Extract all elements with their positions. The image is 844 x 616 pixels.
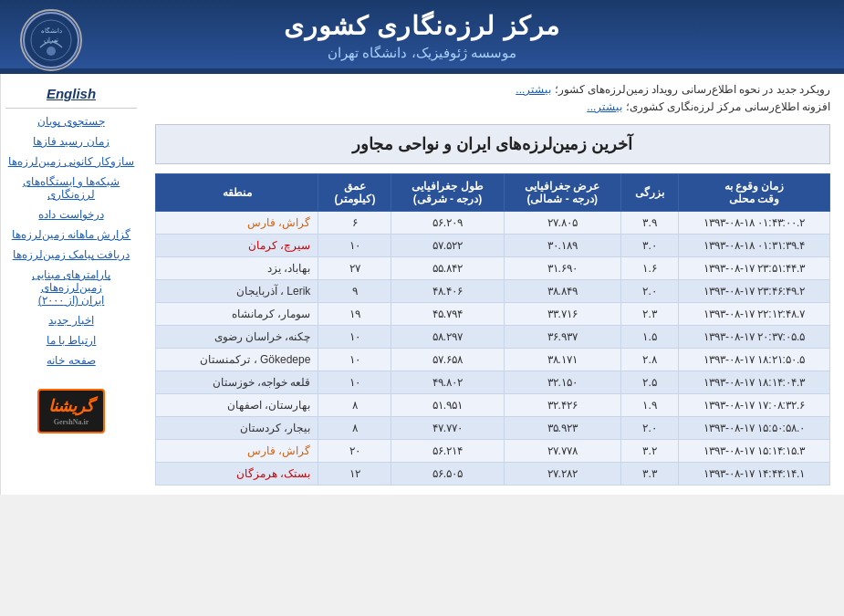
cell-time: ۱۳۹۳-۰۸-۱۷ ۱۵:۱۴:۱۵.۳ [679,440,830,463]
sidebar-link-home[interactable]: صفحه خانه [1,350,141,371]
news-text-2: افزونه اطلاع‌رسانی مرکز لرزه‌نگاری کشوری… [626,100,830,113]
table-row: ۱۳۹۳-۰۸-۱۸ ۰۱:۳۱:۳۹.۴ ۳.۰ ۳۰.۱۸۹ ۵۷.۵۲۲ … [156,235,830,257]
cell-mag: ۳.۲ [620,440,678,463]
news-text-1: رویکرد جدید در نحوه اطلاع‌رسانی رویداد ز… [555,83,830,96]
cell-mag: ۲.۰ [620,417,678,440]
sidebar: English جستجوی پویان زمان رسید فازها ساز… [0,74,141,495]
col-header-region: منطقه [156,174,318,212]
gershna-logo: گریشنا GershNa.ir [37,389,105,433]
cell-time: ۱۳۹۳-۰۸-۱۷ ۱۸:۲۱:۵۰.۵ [679,349,830,371]
svg-point-4 [47,47,56,56]
sidebar-link-contact[interactable]: ارتباط با ما [1,330,141,350]
col-header-time: زمان وقوع بهوقت محلی [679,174,830,212]
cell-lat: ۲۷.۸۰۵ [504,212,620,235]
table-row: ۱۳۹۳-۰۸-۱۷ ۱۵:۵۰:۵۸.۰ ۲.۰ ۳۵.۹۲۳ ۴۷.۷۷۰ … [156,417,830,440]
cell-lon: ۵۸.۲۹۷ [391,326,504,349]
cell-region: گراش، فارس [156,212,318,235]
sidebar-link-params[interactable]: پارامترهای مبنایی زمین‌لرزه‌هایایران (از… [1,265,141,310]
sidebar-link-search[interactable]: جستجوی پویان [1,111,141,131]
cell-depth: ۲۰ [318,440,391,463]
sidebar-link-mechanism[interactable]: سازوکار کانونی زمین‌لرزه‌ها [1,151,141,172]
cell-lon: ۵۶.۵۰۵ [391,463,504,485]
english-link[interactable]: English [1,78,141,105]
main-content: رویکرد جدید در نحوه اطلاع‌رسانی رویداد ز… [141,74,844,495]
cell-region: سیرچ، کرمان [156,235,318,257]
cell-depth: ۹ [318,280,391,303]
cell-lat: ۳۸.۸۴۹ [504,280,620,303]
cell-lon: ۴۹.۸۰۲ [391,371,504,394]
svg-text:دانشگاه: دانشگاه [41,26,62,35]
cell-lon: ۴۵.۷۹۴ [391,303,504,326]
page-header: مرکز لرزه‌نگاری کشوری موسسه ژئوفیزیک، دا… [0,0,844,68]
cell-lat: ۳۲.۱۵۰ [504,371,620,394]
cell-time: ۱۳۹۳-۰۸-۱۷ ۱۴:۴۴:۱۴.۱ [679,463,830,485]
sidebar-link-time[interactable]: زمان رسید فازها [1,131,141,151]
sidebar-divider-1 [5,108,137,109]
cell-region: بهارستان، اصفهان [156,394,318,417]
cell-lat: ۳۵.۹۲۳ [504,417,620,440]
cell-region: گراش، فارس [156,440,318,463]
news-line-1: رویکرد جدید در نحوه اطلاع‌رسانی رویداد ز… [155,83,830,96]
news-link-2[interactable]: بیشتر... [587,100,622,113]
cell-region: Gökedepe ، ترکمنستان [156,349,318,371]
cell-lat: ۲۷.۲۸۲ [504,463,620,485]
cell-mag: ۲.۰ [620,280,678,303]
cell-mag: ۲.۸ [620,349,678,371]
cell-mag: ۳.۹ [620,212,678,235]
header-title: مرکز لرزه‌نگاری کشوری [0,11,844,41]
cell-lon: ۵۵.۸۴۲ [391,257,504,280]
header-subtitle: موسسه ژئوفیزیک، دانشگاه تهران [0,45,844,61]
earthquake-table: زمان وقوع بهوقت محلی بزرگی عرض جغرافیایی… [155,173,830,485]
sidebar-link-data-request[interactable]: درخواست داده [1,204,141,224]
cell-region: سومار، کرمانشاه [156,303,318,326]
sidebar-link-monthly-report[interactable]: گزارش ماهانه زمین‌لرزه‌ها [1,224,141,245]
cell-lon: ۴۸.۴۰۶ [391,280,504,303]
cell-lon: ۵۷.۵۲۲ [391,235,504,257]
cell-lat: ۳۶.۹۳۷ [504,326,620,349]
cell-depth: ۸ [318,394,391,417]
sidebar-link-sms[interactable]: دریافت پیامک زمین‌لرزه‌ها [1,245,141,265]
cell-depth: ۸ [318,417,391,440]
cell-mag: ۱.۵ [620,326,678,349]
sidebar-link-news[interactable]: اخبار جدید [1,310,141,330]
gershna-logo-container: گریشنا GershNa.ir [1,384,141,438]
cell-time: ۱۳۹۳-۰۸-۱۷ ۱۷:۰۸:۳۲.۶ [679,394,830,417]
cell-mag: ۲.۳ [620,303,678,326]
cell-depth: ۱۲ [318,463,391,485]
cell-region: Lerik ، آذربایجان [156,280,318,303]
news-link-1[interactable]: بیشتر... [516,83,551,96]
cell-lat: ۳۰.۱۸۹ [504,235,620,257]
cell-region: بستک، هرمزگان [156,463,318,485]
cell-region: بهاباد، یزد [156,257,318,280]
cell-depth: ۱۰ [318,371,391,394]
cell-time: ۱۳۹۳-۰۸-۱۷ ۲۲:۱۲:۴۸.۷ [679,303,830,326]
news-block: رویکرد جدید در نحوه اطلاع‌رسانی رویداد ز… [155,83,830,113]
cell-mag: ۱.۶ [620,257,678,280]
table-header-row: زمان وقوع بهوقت محلی بزرگی عرض جغرافیایی… [156,174,830,212]
cell-mag: ۲.۵ [620,371,678,394]
table-row: ۱۳۹۳-۰۸-۱۷ ۲۰:۳۷:۰۵.۵ ۱.۵ ۳۶.۹۳۷ ۵۸.۲۹۷ … [156,326,830,349]
cell-region: چکنه، خراسان رضوی [156,326,318,349]
cell-time: ۱۳۹۳-۰۸-۱۸ ۰۱:۴۳:۰۰.۲ [679,212,830,235]
cell-depth: ۱۰ [318,349,391,371]
cell-time: ۱۳۹۳-۰۸-۱۷ ۲۳:۴۶:۴۹.۲ [679,280,830,303]
table-row: ۱۳۹۳-۰۸-۱۷ ۱۸:۱۴:۰۴.۳ ۲.۵ ۳۲.۱۵۰ ۴۹.۸۰۲ … [156,371,830,394]
table-row: ۱۳۹۳-۰۸-۱۷ ۱۴:۴۴:۱۴.۱ ۳.۳ ۲۷.۲۸۲ ۵۶.۵۰۵ … [156,463,830,485]
cell-lon: ۵۶.۲۱۴ [391,440,504,463]
cell-lat: ۳۲.۴۲۶ [504,394,620,417]
section-title: آخرین زمین‌لرزه‌های ایران و نواحی مجاور [156,134,829,154]
cell-time: ۱۳۹۳-۰۸-۱۸ ۰۱:۳۱:۳۹.۴ [679,235,830,257]
col-header-mag: بزرگی [620,174,678,212]
cell-mag: ۳.۳ [620,463,678,485]
cell-lon: ۵۶.۲۰۹ [391,212,504,235]
university-logo: دانشگاه تهران [18,9,82,73]
cell-region: قلعه خواجه، خوزستان [156,371,318,394]
table-row: ۱۳۹۳-۰۸-۱۷ ۲۳:۴۶:۴۹.۲ ۲.۰ ۳۸.۸۴۹ ۴۸.۴۰۶ … [156,280,830,303]
sidebar-link-networks[interactable]: شبکه‌ها و ایستگاه‌هایلرزه‌نگاری [1,172,141,204]
table-row: ۱۳۹۳-۰۸-۱۷ ۱۸:۲۱:۵۰.۵ ۲.۸ ۳۸.۱۷۱ ۵۷.۶۵۸ … [156,349,830,371]
news-line-2: افزونه اطلاع‌رسانی مرکز لرزه‌نگاری کشوری… [155,100,830,113]
cell-time: ۱۳۹۳-۰۸-۱۷ ۱۵:۵۰:۵۸.۰ [679,417,830,440]
table-row: ۱۳۹۳-۰۸-۱۷ ۲۳:۵۱:۴۴.۳ ۱.۶ ۳۱.۶۹۰ ۵۵.۸۴۲ … [156,257,830,280]
section-title-box: آخرین زمین‌لرزه‌های ایران و نواحی مجاور [155,124,830,164]
cell-mag: ۱.۹ [620,394,678,417]
